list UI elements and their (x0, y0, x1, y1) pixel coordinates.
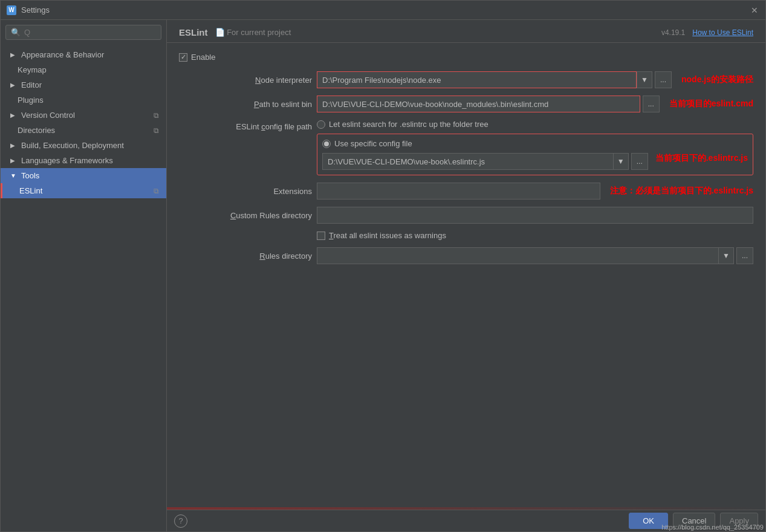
treat-checkbox[interactable] (317, 232, 325, 240)
radio-search-label: Let eslint search for .eslintrc up the f… (329, 120, 488, 129)
node-label-rest: ode interpreter (261, 76, 312, 85)
custom-rules-row: Custom Rules directory (179, 207, 753, 224)
rules-directory-row: Rules directory ▼ ... (179, 247, 753, 264)
specific-config-input-row: ▼ ... 当前项目下的.eslintrc.js (322, 153, 748, 170)
sidebar-item-build[interactable]: ▶ Build, Execution, Deployment (1, 138, 166, 153)
config-file-dropdown-btn[interactable]: ▼ (613, 153, 629, 170)
close-btn[interactable]: ✕ (750, 5, 759, 15)
node-interpreter-input[interactable] (317, 71, 637, 88)
sidebar-item-editor[interactable]: ▶ Editor (1, 77, 166, 92)
sidebar-item-keymap[interactable]: Keymap (1, 62, 166, 77)
sidebar-item-label: Editor (21, 80, 42, 89)
enable-row: Enable (179, 53, 753, 62)
sidebar-item-eslint[interactable]: ESLint ⧉ (1, 183, 166, 198)
eslint-bin-row: Path to eslint bin ... 当前项目的eslint.cmd (179, 96, 753, 112)
sidebar-item-label: Plugins (18, 96, 44, 105)
radio-specific[interactable] (322, 140, 331, 148)
app-icon: W (7, 5, 16, 15)
rules-directory-combo: ▼ (317, 247, 734, 264)
arrow-icon: ▶ (10, 51, 18, 58)
enable-checkbox-label[interactable]: Enable (179, 53, 215, 62)
copy-icon: ⧉ (154, 187, 159, 195)
radio-specific-label: Use specific config file (334, 139, 412, 148)
eslint-annotation: 当前项目的eslint.cmd (669, 99, 753, 109)
node-interpreter-browse-btn[interactable]: ... (655, 71, 672, 88)
enable-label: Enable (191, 53, 215, 62)
arrow-icon: ▶ (10, 82, 18, 88)
main-content: 🔍 ▶ Appearance & Behavior Keymap ▶ Edito… (1, 20, 765, 531)
file-icon: 📄 (215, 28, 225, 37)
arrow-icon: ▶ (10, 112, 18, 118)
radio-option-specific[interactable]: Use specific config file (322, 139, 748, 148)
extensions-label: Extensions (179, 187, 312, 196)
progress-bar-fill (167, 507, 765, 510)
sidebar-item-directories[interactable]: Directories ⧉ (1, 123, 166, 138)
rules-directory-dropdown-btn[interactable]: ▼ (718, 247, 734, 264)
progress-bar-area (167, 507, 765, 510)
extensions-row: Extensions 注意：必须是当前项目下的.eslintrc.js (179, 183, 753, 199)
sidebar-item-plugins[interactable]: Plugins (1, 92, 166, 108)
extensions-input-group (317, 183, 600, 199)
eslint-bin-browse-btn[interactable]: ... (643, 96, 660, 112)
treat-label: Treat all eslint issues as warnings (329, 231, 446, 240)
config-file-row: ESLint config file path Let eslint searc… (179, 120, 753, 175)
sidebar-items: ▶ Appearance & Behavior Keymap ▶ Editor … (1, 45, 166, 531)
sidebar-item-label: Build, Execution, Deployment (21, 141, 124, 150)
sidebar-item-label: Tools (21, 171, 39, 180)
window-title: Settings (21, 5, 750, 15)
version-area: v4.19.1 How to Use ESLint (661, 28, 753, 37)
how-to-use-link[interactable]: How to Use ESLint (692, 28, 753, 37)
for-current-project: For current project (227, 28, 291, 37)
copy-icon: ⧉ (154, 111, 159, 120)
help-button[interactable]: ? (174, 514, 187, 528)
panel-body: Enable Node interpreter ▼ ... (167, 43, 765, 507)
watermark: https://blog.csdn.net/qq_25354709 (661, 524, 764, 531)
eslint-bin-input-group: ... (317, 96, 660, 112)
custom-rules-label: Custom Rules directory (179, 211, 312, 220)
panel-header: ESLint 📄 For current project v4.19.1 How… (167, 20, 765, 43)
version-label: v4.19.1 (661, 28, 685, 37)
node-interpreter-input-group: ▼ ... (317, 71, 672, 88)
title-bar: W Settings ✕ (1, 1, 765, 20)
title-bar-controls: ✕ (750, 5, 759, 15)
radio-option-search[interactable]: Let eslint search for .eslintrc up the f… (317, 120, 753, 129)
panel-subtitle: 📄 For current project (215, 28, 291, 37)
treat-row: Treat all eslint issues as warnings (317, 231, 753, 240)
eslint-bin-input[interactable] (317, 96, 640, 112)
node-interpreter-label: Node interpreter (179, 76, 312, 85)
config-file-browse-btn[interactable]: ... (631, 153, 648, 170)
sidebar-item-languages[interactable]: ▶ Languages & Frameworks (1, 153, 166, 168)
copy-icon: ⧉ (154, 126, 159, 135)
config-options: Let eslint search for .eslintrc up the f… (317, 120, 753, 175)
config-file-input[interactable] (322, 153, 613, 170)
eslint-bin-label: Path to eslint bin (179, 100, 312, 109)
search-box[interactable]: 🔍 (5, 25, 161, 40)
sidebar-item-label: Languages & Frameworks (21, 156, 113, 165)
radio-search[interactable] (317, 120, 325, 129)
rules-directory-input[interactable] (317, 247, 718, 264)
sidebar: 🔍 ▶ Appearance & Behavior Keymap ▶ Edito… (1, 20, 167, 531)
settings-window: W Settings ✕ 🔍 ▶ Appearance & Behavior K… (0, 0, 766, 532)
sidebar-item-appearance[interactable]: ▶ Appearance & Behavior (1, 47, 166, 62)
sidebar-item-label: Keymap (18, 65, 47, 74)
enable-checkbox[interactable] (179, 53, 187, 62)
sidebar-item-tools[interactable]: ▼ Tools (1, 168, 166, 183)
extensions-input[interactable] (317, 183, 600, 199)
sidebar-item-version-control[interactable]: ▶ Version Control ⧉ (1, 108, 166, 123)
panel-title: ESLint (179, 27, 208, 37)
custom-rules-input[interactable] (317, 207, 753, 224)
right-panel: ESLint 📄 For current project v4.19.1 How… (167, 20, 765, 531)
rules-directory-browse-btn[interactable]: ... (736, 247, 753, 264)
arrow-icon: ▼ (10, 172, 18, 179)
node-interpreter-row: Node interpreter ▼ ... node.js的安装路径 (179, 71, 753, 88)
sidebar-item-label: Version Control (21, 111, 75, 120)
node-interpreter-dropdown-btn[interactable]: ▼ (637, 71, 652, 88)
search-icon: 🔍 (11, 28, 21, 37)
rules-directory-input-group: ▼ ... (317, 247, 753, 264)
search-input[interactable] (24, 28, 156, 37)
node-interpreter-combo: ▼ (317, 71, 652, 88)
extensions-annotation: 注意：必须是当前项目下的.eslintrc.js (610, 186, 753, 196)
node-annotation: node.js的安装路径 (681, 74, 753, 85)
config-file-label: ESLint config file path (179, 120, 312, 131)
config-annotation: 当前项目下的.eslintrc.js (655, 153, 748, 170)
